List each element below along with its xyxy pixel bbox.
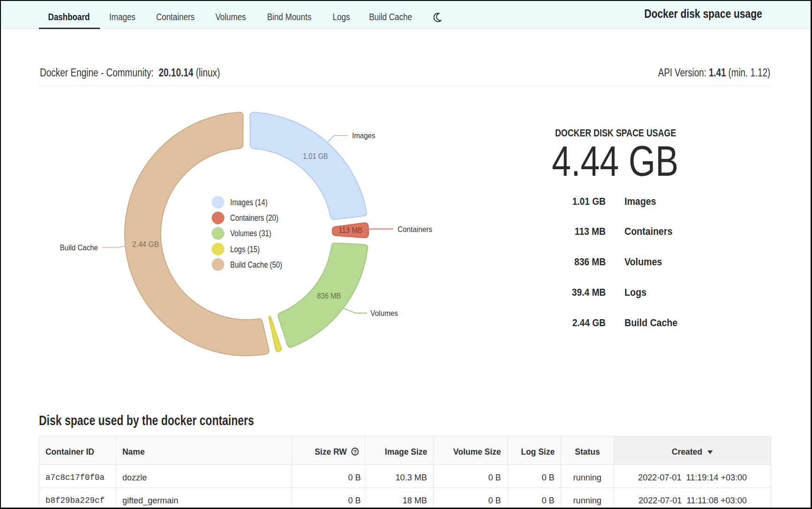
svg-text:Images: Images: [352, 131, 376, 140]
svg-text:Containers (20): Containers (20): [230, 213, 278, 223]
svg-text:Logs (15): Logs (15): [230, 245, 260, 254]
svg-text:1.01 GB: 1.01 GB: [303, 152, 328, 160]
svg-text:2.44 GB: 2.44 GB: [132, 240, 159, 248]
svg-text:Build Cache: Build Cache: [60, 243, 98, 252]
